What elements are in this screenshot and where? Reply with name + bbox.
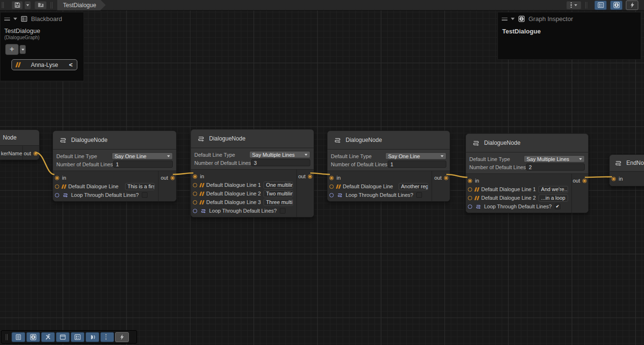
tab-testdialogue[interactable]: TestDialogue — [57, 0, 106, 11]
port-label: in — [62, 175, 66, 181]
in-port[interactable] — [612, 177, 616, 181]
node-header[interactable]: DialogueNode — [466, 134, 588, 152]
dialogue-line-field[interactable]: Two multiline — [264, 190, 293, 197]
dialogue-line-field[interactable]: This is a first — [125, 183, 155, 190]
collapse-triangle-icon[interactable] — [511, 18, 515, 20]
bool-port[interactable] — [329, 193, 334, 197]
toggle-preview-button[interactable] — [626, 0, 638, 10]
line-type-dropdown[interactable]: Say Multiple Lines — [249, 151, 310, 158]
num-lines-field[interactable]: 2 — [526, 163, 585, 171]
string-port[interactable] — [329, 184, 334, 189]
tools-button[interactable] — [41, 332, 55, 342]
bottom-toolbar — [1, 330, 137, 344]
line-type-dropdown[interactable]: Say One Line — [112, 152, 173, 160]
end-node[interactable]: EndNode in — [609, 154, 644, 186]
toolbar-drag-handle[interactable] — [2, 2, 4, 8]
add-field-dropdown-button[interactable] — [20, 45, 26, 54]
panel-title: Blackboard — [31, 15, 62, 22]
out-port[interactable] — [308, 174, 312, 179]
blackboard-field-anna-lyse[interactable]: Anna-Lyse < — [11, 59, 77, 70]
dialogue-node-2[interactable]: DialogueNode Default Line Type Say Multi… — [190, 129, 314, 217]
toggle-inspector-button[interactable] — [610, 0, 623, 10]
save-button[interactable] — [11, 1, 23, 10]
window-button[interactable] — [56, 332, 70, 342]
node-title: EndNode — [626, 160, 644, 166]
string-port[interactable] — [193, 183, 197, 187]
loop-icon — [475, 204, 481, 210]
out-port[interactable] — [582, 179, 587, 183]
loop-checkbox[interactable] — [142, 192, 148, 198]
graph-canvas[interactable]: Node kerName out DialogueNode Default — [0, 0, 644, 345]
dialogue-line-field[interactable]: And we're... — [538, 186, 568, 193]
node-header[interactable]: DialogueNode — [191, 129, 314, 148]
loop-checkbox[interactable]: ✔ — [555, 204, 560, 209]
out-port[interactable] — [444, 176, 448, 180]
bool-port[interactable] — [193, 209, 197, 213]
string-port[interactable] — [193, 200, 197, 205]
string-port[interactable] — [55, 184, 59, 189]
bolt-button[interactable] — [115, 332, 129, 342]
line-type-dropdown[interactable]: Say One Line — [385, 152, 446, 160]
dialogue-node-3[interactable]: DialogueNode Default Line Type Say One L… — [327, 130, 450, 202]
in-port[interactable] — [329, 176, 334, 180]
line-type-dropdown[interactable]: Say Multiple Lines — [524, 155, 585, 162]
dropdown-value: Say One Line — [115, 153, 147, 159]
dialogue-line-field[interactable]: ...in a loop — [538, 194, 568, 202]
dialogue-line-field[interactable]: One multiline — [264, 182, 293, 189]
port-label: Default Dialogue Line — [343, 183, 393, 189]
num-lines-field[interactable]: 1 — [113, 161, 173, 168]
chevron-left-icon[interactable]: < — [69, 61, 73, 68]
bool-port[interactable] — [468, 205, 472, 209]
add-field-button[interactable]: + — [5, 44, 19, 55]
num-lines-field[interactable]: 3 — [251, 159, 310, 166]
speaker-node-partial[interactable]: Node kerName out — [0, 129, 40, 160]
drag-handle-icon[interactable] — [4, 18, 10, 21]
save-icon — [14, 1, 21, 9]
top-toolbar: TestDialogue — [0, 0, 644, 11]
field-value: ...in a loop — [541, 195, 565, 201]
string-port[interactable] — [468, 187, 472, 192]
dialogue-node-1[interactable]: DialogueNode Default Line Type Say One L… — [53, 130, 177, 202]
string-port[interactable] — [193, 192, 197, 196]
node-header[interactable]: DialogueNode — [53, 131, 176, 149]
chevron-down-icon — [441, 155, 443, 157]
dialogue-line-field[interactable]: Another regu — [399, 183, 428, 190]
notes-button[interactable] — [11, 332, 25, 342]
info-icon — [30, 334, 37, 341]
bool-port[interactable] — [55, 193, 59, 197]
in-port[interactable] — [193, 174, 197, 179]
toolbar-separator — [51, 2, 53, 9]
quote-icon — [475, 196, 478, 200]
blackboard-icon — [597, 1, 604, 9]
blackboard-panel[interactable]: Blackboard TestDialogue (DialogueGraph) … — [0, 12, 84, 81]
node-header[interactable]: Node — [0, 130, 39, 145]
node-title: Node — [3, 134, 17, 141]
open-asset-button[interactable] — [34, 1, 47, 10]
field-label: Default Line Type — [56, 153, 112, 159]
more-options-button[interactable] — [100, 332, 114, 342]
node-header[interactable]: DialogueNode — [327, 131, 450, 149]
dialogue-line-field[interactable]: Three multilin — [264, 199, 293, 206]
node-header[interactable]: EndNode — [610, 155, 644, 171]
blackboard-icon — [74, 334, 81, 341]
overflow-menu-button[interactable] — [566, 1, 581, 10]
loop-checkbox[interactable] — [280, 208, 285, 214]
audio-button[interactable] — [85, 332, 99, 342]
blackboard-button[interactable] — [71, 332, 84, 342]
loop-checkbox[interactable] — [416, 192, 422, 198]
toggle-blackboard-button[interactable] — [594, 0, 607, 10]
num-lines-field[interactable]: 1 — [388, 161, 446, 168]
collapse-triangle-icon[interactable] — [13, 18, 17, 20]
info-button[interactable] — [26, 332, 40, 342]
dialogue-node-4[interactable]: DialogueNode Default Line Type Say Multi… — [465, 133, 589, 213]
in-port[interactable] — [55, 176, 59, 180]
drag-handle-icon[interactable] — [502, 18, 507, 21]
edge-d4-to-end[interactable] — [585, 177, 612, 177]
string-port[interactable] — [468, 196, 472, 200]
save-dropdown-button[interactable] — [24, 1, 31, 10]
out-port[interactable] — [170, 176, 175, 180]
toolbar-drag-handle[interactable] — [6, 334, 8, 340]
out-port[interactable] — [33, 151, 38, 156]
graph-inspector-panel[interactable]: Graph Inspector TestDialogue — [497, 12, 641, 60]
in-port[interactable] — [468, 179, 472, 183]
